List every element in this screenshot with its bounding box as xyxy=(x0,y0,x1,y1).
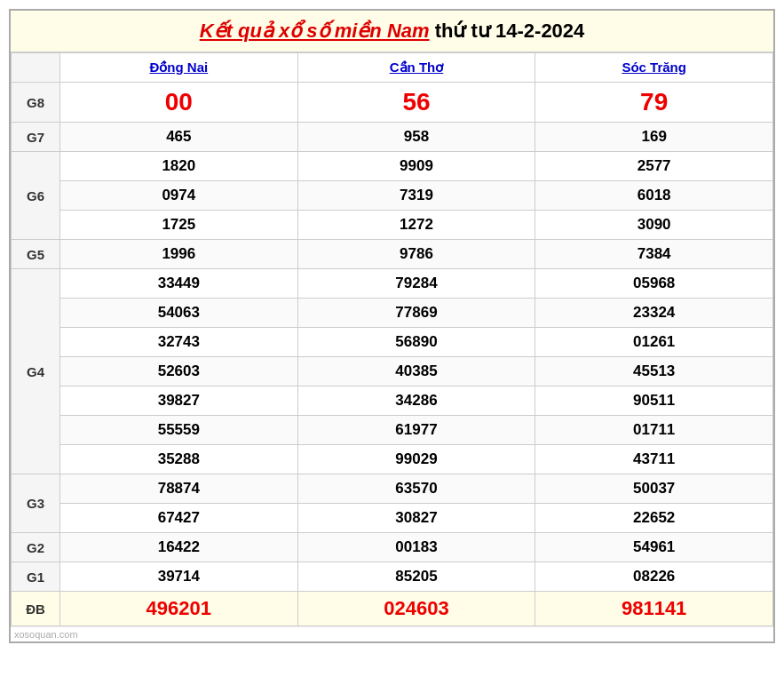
val-g1-0: 39714 xyxy=(60,562,298,592)
row-db: ĐB496201024603981141 xyxy=(12,592,773,626)
row-g4-0: G4334497928405968 xyxy=(12,269,773,299)
val-g6-0-0: 1820 xyxy=(60,152,298,181)
val-g4-1-0: 54063 xyxy=(60,299,298,328)
row-g3-1: 674273082722652 xyxy=(12,504,773,533)
val-g4-3-2: 45513 xyxy=(535,357,773,386)
db-val-2: 981141 xyxy=(535,592,773,626)
province-header-socstrang: Sóc Trăng xyxy=(535,53,773,83)
val-g4-4-2: 90511 xyxy=(535,386,773,416)
val-g4-3-1: 40385 xyxy=(297,357,535,386)
g8-val-2: 79 xyxy=(535,83,773,123)
val-g4-0-2: 05968 xyxy=(535,269,773,299)
val-g4-4-0: 39827 xyxy=(60,386,298,416)
val-g3-1-0: 67427 xyxy=(60,504,298,533)
title-date-label: thứ tư 14-2-2024 xyxy=(435,20,585,42)
val-g7-1: 958 xyxy=(297,123,535,152)
label-g3: G3 xyxy=(12,474,60,533)
val-g4-6-1: 99029 xyxy=(297,445,535,474)
val-g3-0-0: 78874 xyxy=(60,474,298,504)
row-g4-3: 526034038545513 xyxy=(12,357,773,386)
row-g6-1: 097473196018 xyxy=(12,181,773,211)
val-g4-1-1: 77869 xyxy=(297,299,535,328)
val-g5-1: 9786 xyxy=(297,240,535,269)
row-g1: G1397148520508226 xyxy=(12,562,773,592)
val-g5-0: 1996 xyxy=(60,240,298,269)
label-g5: G5 xyxy=(12,240,60,269)
row-g4-4: 398273428690511 xyxy=(12,386,773,416)
row-g4-2: 327435689001261 xyxy=(12,328,773,357)
val-g3-1-1: 30827 xyxy=(297,504,535,533)
val-g7-2: 169 xyxy=(535,123,773,152)
province-header-dongnai: Đồng Nai xyxy=(60,53,298,83)
label-g1: G1 xyxy=(12,562,60,592)
row-g6-0: G6182099092577 xyxy=(12,152,773,181)
val-g1-2: 08226 xyxy=(535,562,773,592)
db-val-1: 024603 xyxy=(297,592,535,626)
g8-val-1: 56 xyxy=(297,83,535,123)
label-g2: G2 xyxy=(12,533,60,562)
g8-val-0: 00 xyxy=(60,83,298,123)
val-g6-1-2: 6018 xyxy=(535,181,773,211)
val-g3-1-2: 22652 xyxy=(535,504,773,533)
val-g6-1-1: 7319 xyxy=(297,181,535,211)
row-g4-5: 555596197701711 xyxy=(12,416,773,445)
val-g3-0-2: 50037 xyxy=(535,474,773,504)
row-g8: G8005679 xyxy=(12,83,773,123)
label-g8: G8 xyxy=(12,83,60,123)
val-g1-1: 85205 xyxy=(297,562,535,592)
db-val-0: 496201 xyxy=(60,592,298,626)
val-g7-0: 465 xyxy=(60,123,298,152)
val-g4-2-0: 32743 xyxy=(60,328,298,357)
val-g4-6-0: 35288 xyxy=(60,445,298,474)
row-g3-0: G3788746357050037 xyxy=(12,474,773,504)
val-g4-0-1: 79284 xyxy=(297,269,535,299)
val-g4-5-2: 01711 xyxy=(535,416,773,445)
watermark: xosoquan.com xyxy=(11,626,773,641)
header-row: Đồng Nai Cần Thơ Sóc Trăng xyxy=(12,53,773,83)
val-g4-5-0: 55559 xyxy=(60,416,298,445)
title-link[interactable]: Kết quả xổ số miền Nam xyxy=(200,20,430,42)
val-g4-2-1: 56890 xyxy=(297,328,535,357)
val-g4-6-2: 43711 xyxy=(535,445,773,474)
title-bar: Kết quả xổ số miền Nam thứ tư 14-2-2024 xyxy=(11,11,773,52)
val-g4-1-2: 23324 xyxy=(535,299,773,328)
val-g4-0-0: 33449 xyxy=(60,269,298,299)
label-g4: G4 xyxy=(12,269,60,474)
val-g2-1: 00183 xyxy=(297,533,535,562)
label-db: ĐB xyxy=(12,592,60,626)
province-header-cantho: Cần Thơ xyxy=(297,53,535,83)
header-empty xyxy=(12,53,60,83)
val-g4-2-2: 01261 xyxy=(535,328,773,357)
val-g2-0: 16422 xyxy=(60,533,298,562)
lottery-table: Đồng Nai Cần Thơ Sóc Trăng G8005679G7465… xyxy=(11,52,773,626)
val-g6-2-2: 3090 xyxy=(535,211,773,240)
row-g4-1: 540637786923324 xyxy=(12,299,773,328)
val-g6-2-1: 1272 xyxy=(297,211,535,240)
row-g5: G5199697867384 xyxy=(12,240,773,269)
row-g4-6: 352889902943711 xyxy=(12,445,773,474)
val-g3-0-1: 63570 xyxy=(297,474,535,504)
row-g6-2: 172512723090 xyxy=(12,211,773,240)
main-container: Kết quả xổ số miền Nam thứ tư 14-2-2024 … xyxy=(9,9,775,643)
label-g7: G7 xyxy=(12,123,60,152)
val-g4-5-1: 61977 xyxy=(297,416,535,445)
row-g2: G2164220018354961 xyxy=(12,533,773,562)
val-g6-0-2: 2577 xyxy=(535,152,773,181)
row-g7: G7465958169 xyxy=(12,123,773,152)
val-g5-2: 7384 xyxy=(535,240,773,269)
val-g2-2: 54961 xyxy=(535,533,773,562)
val-g6-1-0: 0974 xyxy=(60,181,298,211)
label-g6: G6 xyxy=(12,152,60,240)
val-g4-4-1: 34286 xyxy=(297,386,535,416)
val-g6-0-1: 9909 xyxy=(297,152,535,181)
val-g6-2-0: 1725 xyxy=(60,211,298,240)
val-g4-3-0: 52603 xyxy=(60,357,298,386)
